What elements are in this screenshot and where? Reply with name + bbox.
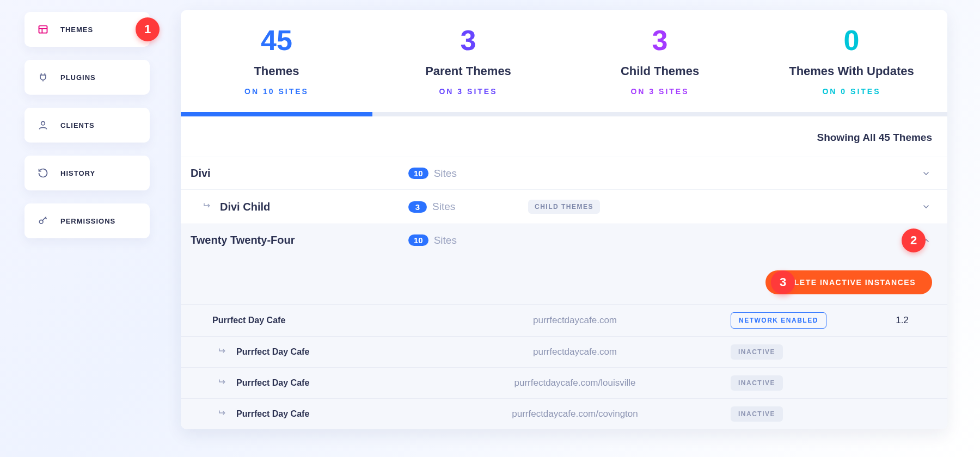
site-url: purrfectdaycafe.com/louisville <box>419 378 731 388</box>
child-arrow-icon <box>218 377 228 389</box>
content-card: 45 Themes ON 10 SITES 3 Parent Themes ON… <box>181 10 947 429</box>
stat-title: Parent Themes <box>372 64 564 78</box>
sites-count-badge: 10 <box>408 234 428 246</box>
stat-themes-updates[interactable]: 0 Themes With Updates ON 0 SITES <box>756 26 947 96</box>
status-network-enabled: NETWORK ENABLED <box>731 312 826 329</box>
chevron-down-icon[interactable] <box>920 201 932 213</box>
sidebar-item-label: PERMISSIONS <box>60 217 115 225</box>
sidebar-item-label: PLUGINS <box>60 73 96 82</box>
stat-child-themes[interactable]: 3 Child Themes ON 3 SITES <box>564 26 756 96</box>
site-row[interactable]: Purrfect Day Cafe purrfectdaycafe.com/co… <box>181 398 947 429</box>
stat-title: Themes With Updates <box>756 64 947 78</box>
child-arrow-icon <box>203 201 212 213</box>
child-themes-tag: CHILD THEMES <box>528 200 600 214</box>
site-version: 1.2 <box>872 315 932 326</box>
sidebar: THEMES 1 PLUGINS CLIENTS HISTORY PERMISS… <box>0 0 169 457</box>
sites-count-badge: 10 <box>408 168 428 179</box>
clients-icon <box>38 120 48 131</box>
sidebar-item-themes[interactable]: THEMES 1 <box>24 12 150 47</box>
stat-number: 45 <box>181 26 372 54</box>
stats-underline-active <box>181 112 372 116</box>
main: 45 Themes ON 10 SITES 3 Parent Themes ON… <box>169 0 980 457</box>
site-row[interactable]: Purrfect Day Cafe purrfectdaycafe.com IN… <box>181 336 947 367</box>
themes-icon <box>38 24 48 35</box>
stat-sub: ON 10 SITES <box>181 87 372 96</box>
plugins-icon <box>38 72 48 83</box>
history-icon <box>38 168 48 178</box>
theme-name: Divi Child <box>191 201 408 213</box>
callout-1: 1 <box>136 17 160 41</box>
stat-title: Themes <box>181 64 372 78</box>
sidebar-item-label: THEMES <box>60 26 93 34</box>
child-arrow-icon <box>218 346 228 358</box>
permissions-icon <box>38 215 48 226</box>
theme-name: Divi <box>191 167 408 180</box>
sidebar-item-history[interactable]: HISTORY <box>24 156 150 190</box>
chevron-down-icon[interactable] <box>920 168 932 180</box>
theme-row-divi-child[interactable]: Divi Child 3 Sites CHILD THEMES <box>181 190 947 224</box>
theme-row-divi[interactable]: Divi 10 Sites <box>181 157 947 189</box>
site-name: Purrfect Day Cafe <box>212 377 419 389</box>
stat-number: 3 <box>564 26 756 54</box>
sidebar-item-label: CLIENTS <box>60 121 95 129</box>
sites-count-badge: 3 <box>408 201 427 213</box>
callout-3: 3 <box>771 270 795 294</box>
site-url: purrfectdaycafe.com/covington <box>419 409 731 419</box>
callout-2: 2 <box>902 228 926 252</box>
showing-count: Showing All 45 Themes <box>181 116 947 144</box>
sidebar-item-permissions[interactable]: PERMISSIONS <box>24 203 150 238</box>
child-arrow-icon <box>218 408 228 420</box>
stat-themes[interactable]: 45 Themes ON 10 SITES <box>181 26 372 96</box>
stat-sub: ON 3 SITES <box>372 87 564 96</box>
stat-title: Child Themes <box>564 64 756 78</box>
sidebar-item-label: HISTORY <box>60 169 95 177</box>
sites-label: Sites <box>434 168 457 180</box>
theme-name: Twenty Twenty-Four <box>191 234 408 246</box>
stat-number: 0 <box>756 26 947 54</box>
svg-point-4 <box>39 220 43 224</box>
stat-sub: ON 0 SITES <box>756 87 947 96</box>
site-name: Purrfect Day Cafe <box>212 408 419 420</box>
stat-sub: ON 3 SITES <box>564 87 756 96</box>
site-url: purrfectdaycafe.com <box>419 315 731 326</box>
sidebar-item-plugins[interactable]: PLUGINS <box>24 60 150 95</box>
stat-number: 3 <box>372 26 564 54</box>
theme-expanded-body: 3 DELETE INACTIVE INSTANCES Purrfect Day… <box>181 256 947 429</box>
site-name: Purrfect Day Cafe <box>212 346 419 358</box>
status-inactive: INACTIVE <box>731 375 783 391</box>
stat-parent-themes[interactable]: 3 Parent Themes ON 3 SITES <box>372 26 564 96</box>
site-row[interactable]: Purrfect Day Cafe purrfectdaycafe.com NE… <box>181 304 947 336</box>
svg-rect-0 <box>39 26 47 33</box>
sites-label: Sites <box>434 234 457 246</box>
stats-underline <box>181 112 947 116</box>
site-row[interactable]: Purrfect Day Cafe purrfectdaycafe.com/lo… <box>181 367 947 398</box>
status-inactive: INACTIVE <box>731 406 783 422</box>
svg-point-3 <box>41 121 45 125</box>
sites-label: Sites <box>432 201 455 213</box>
status-inactive: INACTIVE <box>731 344 783 360</box>
site-url: purrfectdaycafe.com <box>419 347 731 357</box>
theme-row-twenty-twenty-four[interactable]: Twenty Twenty-Four 10 Sites 2 <box>181 224 947 256</box>
delete-bar: 3 DELETE INACTIVE INSTANCES <box>181 261 947 304</box>
site-name: Purrfect Day Cafe <box>212 316 419 325</box>
stats-row: 45 Themes ON 10 SITES 3 Parent Themes ON… <box>181 10 947 99</box>
sidebar-item-clients[interactable]: CLIENTS <box>24 108 150 143</box>
